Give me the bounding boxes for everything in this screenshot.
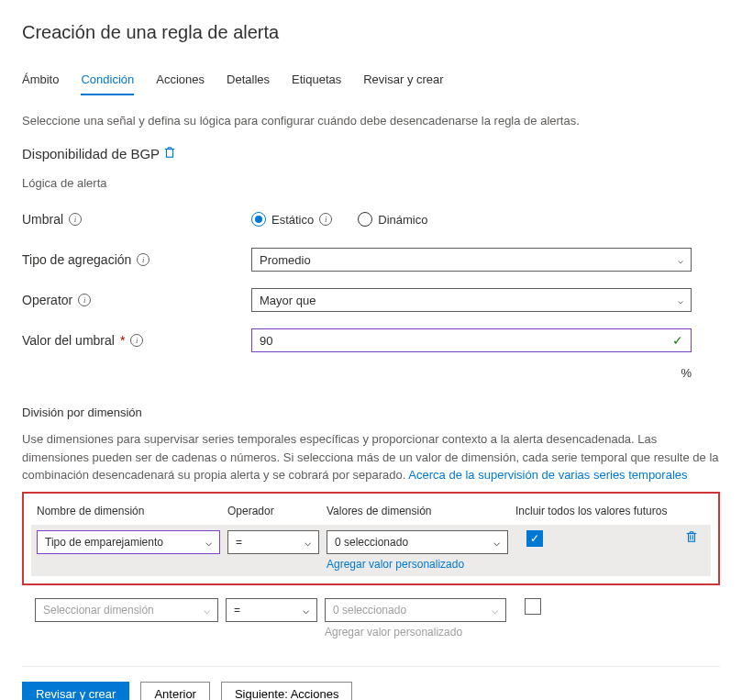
delete-signal-icon[interactable] — [163, 146, 176, 161]
delete-row-icon[interactable] — [685, 530, 698, 546]
chevron-down-icon: ⌵ — [678, 255, 683, 265]
svg-rect-5 — [689, 533, 695, 541]
chevron-down-icon: ⌵ — [493, 536, 500, 549]
dimension-description: Use dimensiones para supervisar series t… — [22, 430, 720, 484]
dimension-row: Tipo de emparejamiento ⌵ = ⌵ 0 seleccion… — [31, 525, 711, 576]
operator-select[interactable]: Mayor que ⌵ — [251, 288, 692, 312]
radio-static-label: Estático — [271, 213, 314, 227]
dimension-value-text: 0 seleccionado — [335, 536, 408, 549]
radio-dynamic[interactable]: Dinámico — [358, 212, 427, 227]
operator-label: Operator — [22, 293, 72, 307]
chevron-down-icon: ⌵ — [678, 295, 683, 306]
threshold-label: Umbral — [22, 212, 63, 227]
dimension-section-title: División por dimensión — [22, 406, 720, 419]
add-custom-value-link: Agregar valor personalizado — [325, 626, 506, 639]
chevron-down-icon: ⌵ — [205, 536, 212, 549]
footer-actions: Revisar y crear Anterior Siguiente: Acci… — [22, 666, 720, 701]
header-include: Incluir todos los valores futuros — [515, 505, 705, 517]
include-future-checkbox[interactable]: ✓ — [526, 530, 543, 547]
tab-condition[interactable]: Condición — [81, 72, 134, 95]
threshold-value-label: Valor del umbral — [22, 333, 115, 348]
dimension-name-select[interactable]: Seleccionar dimensión ⌵ — [35, 598, 218, 622]
page-title: Creación de una regla de alerta — [22, 22, 720, 43]
tab-review[interactable]: Revisar y crear — [363, 72, 443, 95]
operator-value: Mayor que — [260, 294, 316, 307]
header-values: Valores de dimensión — [327, 505, 515, 517]
info-icon[interactable]: i — [78, 294, 91, 306]
dimension-name-select[interactable]: Tipo de emparejamiento ⌵ — [37, 530, 220, 554]
threshold-value-input[interactable]: 90 ✓ — [251, 328, 692, 352]
chevron-down-icon: ⌵ — [303, 604, 309, 617]
aggregation-select[interactable]: Promedio ⌵ — [251, 248, 692, 272]
info-icon[interactable]: i — [130, 334, 143, 347]
dimension-row: Seleccionar dimensión ⌵ = ⌵ 0 selecciona… — [22, 593, 720, 644]
previous-button[interactable]: Anterior — [140, 682, 210, 701]
dimension-value-placeholder: 0 seleccionado — [333, 604, 406, 617]
dimension-table-highlighted: Nombre de dimensión Operador Valores de … — [22, 492, 720, 585]
dimension-name-value: Tipo de emparejamiento — [45, 536, 163, 549]
signal-name: Disponibilidad de BGP — [22, 146, 160, 161]
dimension-operator-select[interactable]: = ⌵ — [227, 530, 319, 554]
next-button[interactable]: Siguiente: Acciones — [221, 682, 352, 701]
svg-rect-0 — [167, 150, 173, 158]
chevron-down-icon: ⌵ — [305, 536, 311, 549]
dimension-value-select[interactable]: 0 seleccionado ⌵ — [327, 530, 508, 554]
radio-static[interactable]: Estático i — [251, 212, 332, 227]
aggregation-label: Tipo de agregación — [22, 252, 131, 267]
dimension-operator-value: = — [236, 536, 242, 549]
aggregation-value: Promedio — [260, 253, 311, 267]
chevron-down-icon: ⌵ — [204, 604, 210, 617]
radio-dynamic-label: Dinámico — [378, 213, 427, 227]
dimension-name-placeholder: Seleccionar dimensión — [43, 604, 154, 617]
required-asterisk: * — [120, 333, 125, 348]
include-future-checkbox[interactable] — [525, 598, 541, 615]
radio-circle-icon — [251, 212, 266, 227]
alert-logic-label: Lógica de alerta — [22, 176, 720, 190]
chevron-down-icon: ⌵ — [492, 604, 498, 617]
info-icon[interactable]: i — [69, 213, 82, 226]
radio-circle-icon — [358, 212, 372, 227]
valid-check-icon: ✓ — [672, 333, 683, 348]
dimension-value-select[interactable]: 0 seleccionado ⌵ — [325, 598, 506, 622]
header-operator: Operador — [227, 505, 327, 517]
add-custom-value-link[interactable]: Agregar valor personalizado — [327, 558, 508, 571]
tab-scope[interactable]: Ámbito — [22, 72, 59, 95]
dimension-table-header: Nombre de dimensión Operador Valores de … — [31, 501, 711, 525]
dimension-operator-value: = — [234, 604, 240, 617]
threshold-suffix: % — [22, 366, 692, 380]
tabs-nav: Ámbito Condición Acciones Detalles Etiqu… — [22, 72, 720, 95]
info-icon[interactable]: i — [319, 213, 332, 226]
intro-description: Seleccione una señal y defina su lógica … — [22, 114, 720, 128]
header-name: Nombre de dimensión — [37, 505, 227, 517]
tab-actions[interactable]: Acciones — [156, 72, 205, 95]
review-create-button[interactable]: Revisar y crear — [22, 682, 129, 701]
info-icon[interactable]: i — [137, 253, 150, 266]
tab-tags[interactable]: Etiquetas — [292, 72, 341, 95]
dimension-learn-more-link[interactable]: Acerca de la supervisión de varias serie… — [408, 468, 687, 482]
dimension-operator-select[interactable]: = ⌵ — [226, 598, 317, 622]
tab-details[interactable]: Detalles — [227, 72, 270, 95]
threshold-value: 90 — [260, 334, 272, 348]
